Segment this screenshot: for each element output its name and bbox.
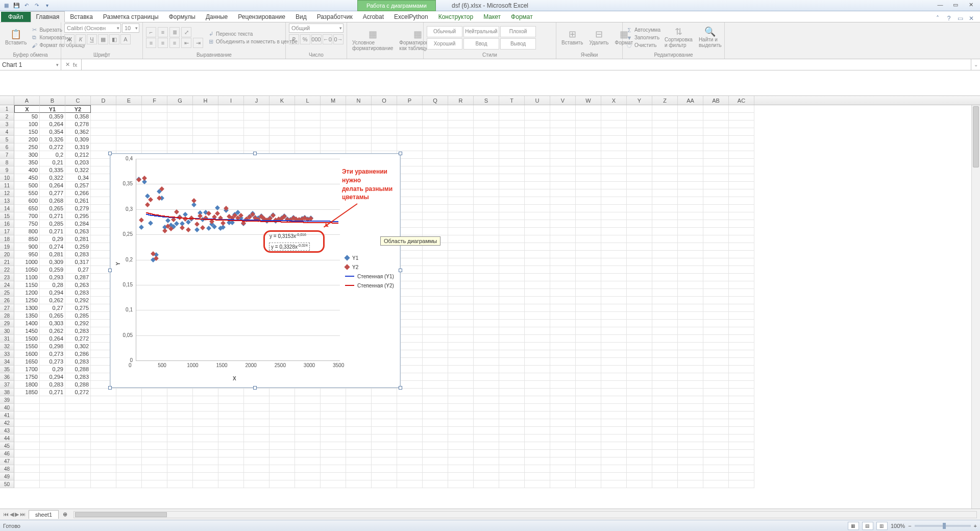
cell[interactable]: [550, 358, 576, 366]
cell[interactable]: 650: [14, 205, 40, 212]
cell[interactable]: [550, 304, 576, 312]
cell[interactable]: [576, 243, 601, 251]
cell[interactable]: [601, 136, 627, 143]
cell[interactable]: [372, 404, 397, 412]
cell[interactable]: [703, 343, 729, 350]
cell[interactable]: [499, 465, 525, 473]
cell[interactable]: 0,285: [65, 312, 91, 320]
cell[interactable]: [40, 419, 65, 427]
cell[interactable]: [397, 427, 423, 435]
cell[interactable]: [448, 212, 474, 220]
cell[interactable]: [703, 427, 729, 435]
row-header[interactable]: 40: [0, 404, 14, 412]
cell[interactable]: [218, 419, 244, 427]
cell[interactable]: [678, 350, 703, 358]
cell[interactable]: 0,294: [40, 373, 65, 381]
cell[interactable]: [474, 343, 499, 350]
cell[interactable]: [550, 251, 576, 258]
cell[interactable]: 0,359: [40, 113, 65, 120]
cell[interactable]: [499, 442, 525, 450]
column-header[interactable]: U: [525, 96, 550, 105]
row-header[interactable]: 36: [0, 373, 14, 381]
cell[interactable]: [423, 113, 448, 120]
cell[interactable]: [627, 320, 652, 327]
vertical-scrollbar[interactable]: [971, 105, 980, 509]
cell[interactable]: [448, 228, 474, 235]
cell[interactable]: [678, 136, 703, 143]
cell[interactable]: [372, 473, 397, 480]
cell[interactable]: [321, 389, 346, 396]
cell[interactable]: 0,273: [40, 358, 65, 366]
cell[interactable]: [448, 281, 474, 289]
cell[interactable]: [218, 442, 244, 450]
cell[interactable]: [295, 450, 321, 457]
cell[interactable]: [576, 105, 601, 113]
cell[interactable]: [499, 350, 525, 358]
cell[interactable]: [601, 358, 627, 366]
cell[interactable]: [729, 128, 754, 136]
cell[interactable]: [448, 473, 474, 480]
cell[interactable]: 0,262: [40, 327, 65, 335]
cell[interactable]: 0,288: [65, 366, 91, 373]
cell[interactable]: [678, 128, 703, 136]
cell[interactable]: [729, 366, 754, 373]
data-point[interactable]: [212, 224, 217, 229]
cell[interactable]: [627, 366, 652, 373]
paste-button[interactable]: 📋Вставить: [3, 29, 29, 46]
cell[interactable]: [729, 105, 754, 113]
cell[interactable]: [627, 473, 652, 480]
cell[interactable]: [499, 258, 525, 266]
conditional-formatting-button[interactable]: ▦Условное форматирование: [350, 29, 395, 52]
ribbon-tab-Вид[interactable]: Вид: [290, 12, 312, 22]
cell[interactable]: [167, 442, 193, 450]
cell[interactable]: [703, 128, 729, 136]
cell[interactable]: [525, 412, 550, 419]
cell[interactable]: [397, 435, 423, 442]
cell[interactable]: [116, 120, 142, 128]
cell[interactable]: Y2: [65, 105, 91, 113]
row-header[interactable]: 5: [0, 136, 14, 143]
cell[interactable]: [627, 220, 652, 228]
cell[interactable]: [40, 457, 65, 465]
cell[interactable]: [346, 450, 372, 457]
cell[interactable]: [142, 412, 167, 419]
cell[interactable]: [397, 450, 423, 457]
cell[interactable]: [270, 473, 295, 480]
row-header[interactable]: 35: [0, 366, 14, 373]
cell[interactable]: [244, 450, 270, 457]
cell[interactable]: [218, 465, 244, 473]
cell[interactable]: [244, 457, 270, 465]
cell[interactable]: [627, 251, 652, 258]
cell[interactable]: [295, 457, 321, 465]
cell[interactable]: 1650: [14, 358, 40, 366]
row-header[interactable]: 26: [0, 297, 14, 304]
cell[interactable]: [91, 396, 116, 404]
cell[interactable]: [397, 258, 423, 266]
cell[interactable]: [729, 151, 754, 159]
align-left-button[interactable]: ≡: [146, 38, 156, 48]
cell[interactable]: [270, 465, 295, 473]
cell[interactable]: 0,21: [40, 159, 65, 166]
cell[interactable]: [397, 404, 423, 412]
cell[interactable]: [65, 427, 91, 435]
cell[interactable]: [627, 266, 652, 274]
cell[interactable]: [576, 205, 601, 212]
cell[interactable]: [652, 419, 678, 427]
cell[interactable]: 850: [14, 235, 40, 243]
cell[interactable]: [91, 128, 116, 136]
cell[interactable]: [678, 289, 703, 297]
row-header[interactable]: 39: [0, 396, 14, 404]
cell[interactable]: [652, 304, 678, 312]
cell[interactable]: [218, 435, 244, 442]
cell[interactable]: [448, 442, 474, 450]
cell[interactable]: [729, 320, 754, 327]
cell[interactable]: [678, 297, 703, 304]
cell[interactable]: [678, 212, 703, 220]
font-color-button[interactable]: A: [120, 34, 131, 44]
cell[interactable]: [423, 343, 448, 350]
cell[interactable]: [576, 435, 601, 442]
cell[interactable]: [142, 120, 167, 128]
cell[interactable]: [295, 442, 321, 450]
cell[interactable]: [627, 396, 652, 404]
worksheet-grid[interactable]: ABCDEFGHIJKLMNOPQRSTUVWXYZAAABAC 1XY1Y22…: [0, 96, 980, 509]
